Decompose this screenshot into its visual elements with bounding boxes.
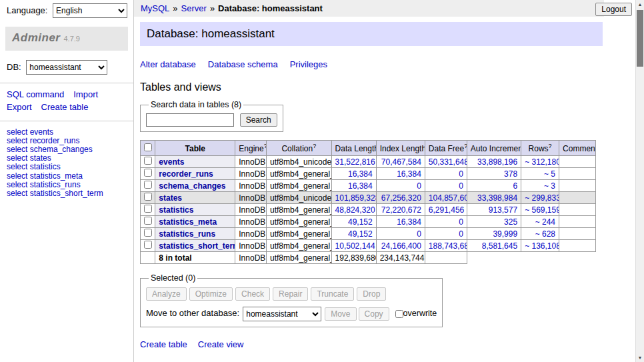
data-free-link[interactable]: 0 [459, 217, 463, 227]
overwrite-checkbox[interactable] [395, 310, 403, 318]
rows-link[interactable]: ~ 244 [535, 217, 555, 227]
move-button[interactable]: Move [325, 307, 356, 321]
create-link[interactable]: Create table [140, 339, 187, 349]
data-length-link[interactable]: 48,824,320 [335, 205, 375, 215]
row-checkbox[interactable] [144, 193, 152, 201]
table-name-link[interactable]: statistics_runs [159, 229, 215, 239]
column-header[interactable]: Index Length? [376, 141, 425, 156]
column-help-icon[interactable]: ? [464, 143, 467, 149]
action-link[interactable]: Database schema [208, 59, 278, 69]
row-checkbox[interactable] [144, 205, 152, 213]
copy-button[interactable]: Copy [359, 307, 389, 321]
column-help-icon[interactable]: ? [313, 143, 316, 149]
table-name-link[interactable]: states [159, 193, 182, 203]
column-help-icon[interactable]: ? [264, 143, 267, 149]
index-length-link[interactable]: 0 [417, 181, 421, 191]
column-header[interactable]: Comment? [559, 141, 596, 156]
auto-increment-link[interactable]: 8,581,645 [482, 241, 517, 251]
search-input[interactable] [146, 113, 234, 127]
row-checkbox[interactable] [144, 229, 152, 237]
auto-increment-link[interactable]: 6 [513, 181, 517, 191]
move-db-select[interactable]: homeassistant [243, 307, 321, 321]
bulk-action-button[interactable]: Drop [357, 287, 386, 301]
table-select-link[interactable]: select statistics_meta [7, 172, 127, 181]
index-length-link[interactable]: 70,467,584 [381, 157, 421, 167]
auto-increment-link[interactable]: 39,999 [493, 229, 517, 239]
index-length-link[interactable]: 16,384 [397, 217, 421, 227]
data-length-link[interactable]: 101,859,328 [335, 193, 377, 203]
column-header[interactable]: Data Free? [425, 141, 467, 156]
table-name-link[interactable]: recorder_runs [159, 169, 213, 179]
rows-link[interactable]: ~ 312,180 [525, 157, 559, 167]
rows-link[interactable]: ~ 5 [544, 169, 555, 179]
table-name-link[interactable]: events [159, 157, 184, 167]
auto-increment-link[interactable]: 325 [504, 217, 517, 227]
table-name-link[interactable]: statistics [159, 205, 193, 215]
language-select[interactable]: English [53, 3, 127, 18]
row-checkbox[interactable] [144, 181, 152, 189]
data-free-link[interactable]: 6,291,456 [429, 205, 464, 215]
bulk-action-button[interactable]: Optimize [189, 287, 233, 301]
column-header[interactable]: Collation? [267, 141, 332, 156]
data-length-link[interactable]: 49,152 [348, 229, 373, 239]
column-header[interactable]: Engine? [235, 141, 267, 156]
overwrite-label[interactable]: overwrite [403, 309, 437, 318]
rows-link[interactable]: ~ 569,159 [525, 205, 559, 215]
rows-link[interactable]: ~ 136,108 [525, 241, 559, 251]
row-checkbox[interactable] [144, 241, 152, 249]
column-header[interactable]: Auto Increment? [467, 141, 521, 156]
table-name-link[interactable]: statistics_short_term [159, 241, 235, 251]
command-link[interactable]: SQL command [7, 89, 64, 99]
table-name-link[interactable]: statistics_meta [159, 217, 217, 227]
auto-increment-link[interactable]: 913,577 [489, 205, 517, 215]
auto-increment-link[interactable]: 378 [504, 169, 517, 179]
table-name-link[interactable]: schema_changes [159, 181, 225, 191]
command-link[interactable]: Create table [41, 102, 89, 112]
command-link[interactable]: Import [73, 89, 98, 99]
data-free-link[interactable]: 104,857,600 [429, 193, 467, 203]
command-link[interactable]: Export [7, 102, 32, 112]
data-free-link[interactable]: 0 [459, 181, 463, 191]
logout-button[interactable]: Logout [595, 3, 632, 16]
table-select-link[interactable]: select events [7, 128, 127, 137]
rows-link[interactable]: ~ 299,833 [525, 193, 559, 203]
scrollbar-thumb[interactable] [637, 10, 643, 67]
auto-increment-link[interactable]: 33,398,984 [477, 193, 517, 203]
bulk-action-button[interactable]: Truncate [311, 287, 354, 301]
row-checkbox[interactable] [144, 157, 152, 165]
index-length-link[interactable]: 24,166,400 [381, 241, 421, 251]
scroll-up-icon[interactable]: ▲ [636, 0, 644, 9]
data-free-link[interactable]: 0 [459, 229, 463, 239]
scrollbar[interactable]: ▲ ▼ [635, 0, 644, 362]
index-length-link[interactable]: 67,256,320 [381, 193, 421, 203]
bulk-action-button[interactable]: Check [235, 287, 270, 301]
data-free-link[interactable]: 188,743,680 [429, 241, 467, 251]
breadcrumb-link-server[interactable]: Server [181, 3, 207, 13]
breadcrumb-link-mysql[interactable]: MySQL [141, 3, 169, 13]
table-select-link[interactable]: select statistics_short_term [7, 189, 127, 198]
data-length-link[interactable]: 16,384 [348, 169, 373, 179]
data-free-link[interactable]: 50,331,648 [429, 157, 467, 167]
index-length-link[interactable]: 72,220,672 [381, 205, 421, 215]
rows-link[interactable]: ~ 628 [535, 229, 555, 239]
rows-link[interactable]: ~ 3 [544, 181, 555, 191]
auto-increment-link[interactable]: 33,898,196 [477, 157, 517, 167]
action-link[interactable]: Privileges [290, 59, 327, 69]
scroll-down-icon[interactable]: ▼ [636, 353, 644, 362]
data-free-link[interactable]: 0 [459, 169, 463, 179]
index-length-link[interactable]: 0 [417, 229, 421, 239]
table-select-link[interactable]: select statistics [7, 163, 127, 171]
index-length-link[interactable]: 16,384 [397, 169, 421, 179]
bulk-action-button[interactable]: Repair [273, 287, 308, 301]
data-length-link[interactable]: 10,502,144 [335, 241, 375, 251]
search-button[interactable]: Search [240, 113, 277, 127]
select-all-checkbox[interactable] [144, 143, 152, 151]
action-link[interactable]: Alter database [140, 59, 196, 69]
create-link[interactable]: Create view [198, 339, 244, 349]
data-length-link[interactable]: 49,152 [348, 217, 373, 227]
row-checkbox[interactable] [144, 217, 152, 225]
column-header[interactable]: Data Length? [331, 141, 376, 156]
data-length-link[interactable]: 16,384 [348, 181, 373, 191]
column-help-icon[interactable]: ? [549, 143, 552, 149]
column-header[interactable]: Table [155, 141, 235, 156]
